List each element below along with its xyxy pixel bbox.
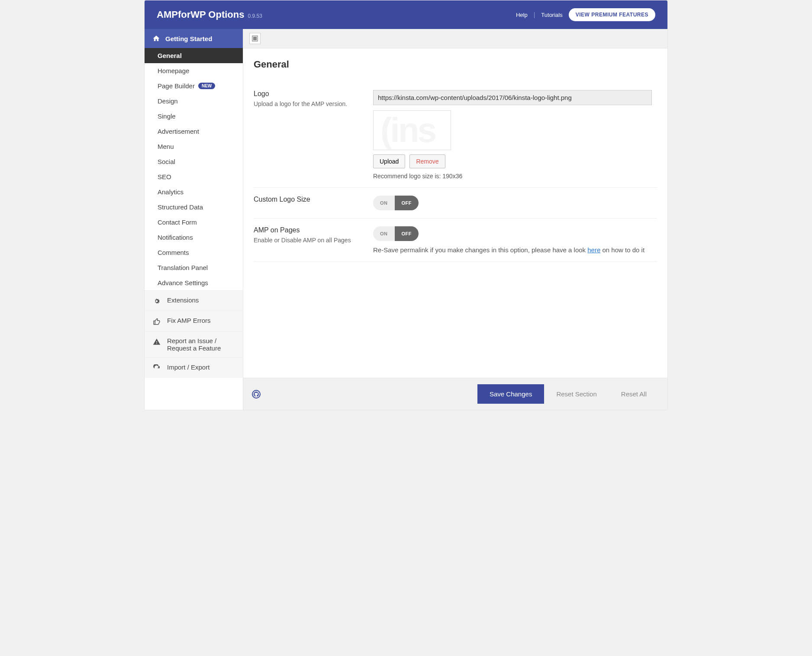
expand-toggle-button[interactable] — [249, 33, 261, 44]
logo-preview: (ins — [373, 110, 451, 150]
app-version: 0.9.53 — [248, 13, 262, 19]
sidebar-item-seo[interactable]: SEO — [145, 169, 243, 184]
logo-desc: Upload a logo for the AMP version. — [254, 100, 373, 107]
remove-button[interactable]: Remove — [409, 154, 445, 168]
sidebar-item-single[interactable]: Single — [145, 109, 243, 124]
reset-section-button[interactable]: Reset Section — [544, 384, 609, 404]
amp-pages-help: Re-Save permalink if you make changes in… — [373, 246, 657, 254]
custom-logo-size-label: Custom Logo Size — [254, 196, 373, 203]
amp-pages-toggle[interactable]: ON OFF — [373, 226, 419, 241]
app-title: AMPforWP Options — [157, 9, 244, 20]
new-badge: NEW — [198, 83, 215, 89]
sidebar-item-page-builder[interactable]: Page Builder NEW — [145, 78, 243, 93]
sidebar-fix-errors[interactable]: Fix AMP Errors — [145, 311, 243, 331]
permalink-help-link[interactable]: here — [587, 246, 600, 254]
sidebar-item-analytics[interactable]: Analytics — [145, 184, 243, 199]
header: AMPforWP Options 0.9.53 Help | Tutorials… — [145, 0, 667, 29]
warning-icon — [152, 338, 161, 346]
sidebar-item-structured-data[interactable]: Structured Data — [145, 199, 243, 215]
sidebar-import-export[interactable]: Import / Export — [145, 357, 243, 378]
sidebar-getting-started[interactable]: Getting Started — [145, 29, 243, 48]
logo-label: Logo — [254, 90, 373, 98]
upload-button[interactable]: Upload — [373, 154, 405, 168]
logo-recommend-text: Recommend logo size is: 190x36 — [373, 173, 657, 180]
sidebar-item-advance-settings[interactable]: Advance Settings — [145, 275, 243, 290]
sidebar-item-social[interactable]: Social — [145, 154, 243, 169]
view-premium-button[interactable]: VIEW PREMIUM FEATURES — [569, 8, 655, 21]
help-link[interactable]: Help — [516, 12, 528, 18]
sidebar-item-contact-form[interactable]: Contact Form — [145, 215, 243, 230]
tutorials-link[interactable]: Tutorials — [541, 12, 562, 18]
section-title: General — [254, 59, 657, 70]
sidebar-item-comments[interactable]: Comments — [145, 245, 243, 260]
toolbar — [243, 29, 667, 48]
sidebar-item-design[interactable]: Design — [145, 93, 243, 109]
field-custom-logo-size: Custom Logo Size ON OFF — [254, 188, 657, 219]
reset-all-button[interactable]: Reset All — [609, 384, 659, 404]
thumbs-up-icon — [152, 318, 161, 325]
amp-pages-desc: Enable or Disable AMP on all Pages — [254, 237, 373, 244]
amp-pages-label: AMP on Pages — [254, 226, 373, 234]
divider: | — [534, 11, 535, 18]
sidebar: Getting Started General Homepage Page Bu… — [145, 29, 243, 410]
refresh-icon — [152, 364, 161, 372]
sidebar-item-advertisement[interactable]: Advertisement — [145, 124, 243, 139]
sidebar-item-homepage[interactable]: Homepage — [145, 63, 243, 78]
github-icon[interactable] — [252, 390, 261, 399]
home-icon — [152, 35, 160, 42]
footer: Save Changes Reset Section Reset All — [243, 378, 667, 410]
sidebar-item-general[interactable]: General — [145, 48, 243, 63]
sidebar-item-menu[interactable]: Menu — [145, 139, 243, 154]
save-changes-button[interactable]: Save Changes — [477, 384, 544, 404]
sidebar-item-notifications[interactable]: Notifications — [145, 230, 243, 245]
field-amp-on-pages: AMP on Pages Enable or Disable AMP on al… — [254, 219, 657, 262]
custom-logo-size-toggle[interactable]: ON OFF — [373, 196, 419, 210]
sidebar-item-translation-panel[interactable]: Translation Panel — [145, 260, 243, 275]
sidebar-extensions[interactable]: Extensions — [145, 290, 243, 311]
field-logo: Logo Upload a logo for the AMP version. … — [254, 82, 657, 188]
sidebar-report-issue[interactable]: Report an Issue / Request a Feature — [145, 331, 243, 357]
svg-rect-1 — [254, 37, 257, 40]
gear-icon — [152, 297, 161, 305]
logo-url-input[interactable] — [373, 90, 652, 105]
